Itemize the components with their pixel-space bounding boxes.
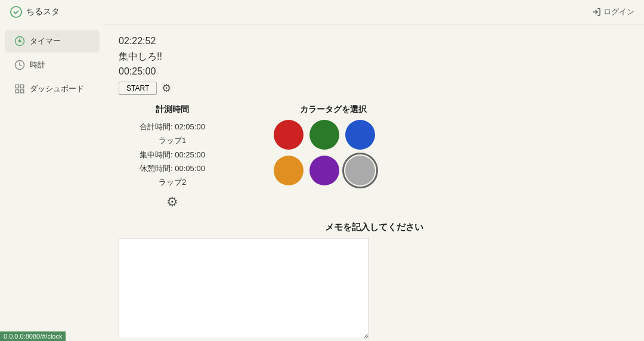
current-time: 02:22:52 (119, 33, 630, 49)
logo-area: ちるスタ (10, 5, 60, 18)
svg-rect-6 (21, 90, 24, 93)
total-time: 合計時間: 02:05:00 (119, 120, 226, 134)
lap-info: 合計時間: 02:05:00 ラップ1 集中時間: 00:25:00 休憩時間:… (119, 120, 226, 190)
logo-text: ちるスタ (26, 7, 60, 17)
logo-icon (10, 5, 23, 18)
lap2-label: ラップ2 (119, 175, 226, 189)
clock-icon (14, 60, 25, 70)
sidebar-label-clock: 時計 (30, 60, 45, 70)
color-grid (274, 120, 393, 185)
sidebar-item-timer[interactable]: タイマー (5, 30, 100, 52)
header: ちるスタ ログイン (0, 0, 644, 24)
focus-time: 集中時間: 00:25:00 (119, 148, 226, 162)
svg-rect-4 (16, 85, 18, 88)
content-grid: 計測時間 合計時間: 02:05:00 ラップ1 集中時間: 00:25:00 … (119, 104, 630, 210)
login-icon (592, 7, 601, 17)
color-orange[interactable] (274, 156, 304, 185)
lap-settings: ⚙ (119, 194, 226, 210)
lap-settings-icon[interactable]: ⚙ (166, 194, 178, 210)
memo-textarea[interactable] (119, 238, 369, 339)
color-purple[interactable] (309, 156, 339, 185)
preset-time: 00:25:00 (119, 64, 630, 79)
sidebar-item-clock[interactable]: 時計 (5, 54, 100, 76)
memo-section: メモを記入してください (119, 222, 630, 339)
svg-point-2 (18, 40, 21, 43)
timer-settings-icon[interactable]: ⚙ (162, 82, 171, 95)
status-bar: 0.0.0.0:8080/#/clock (0, 331, 66, 341)
lap-section: 計測時間 合計時間: 02:05:00 ラップ1 集中時間: 00:25:00 … (119, 104, 226, 210)
status-url: 0.0.0.0:8080/#/clock (4, 333, 62, 340)
color-red[interactable] (274, 120, 304, 150)
memo-title: メモを記入してください (119, 222, 630, 233)
timer-display: 02:22:52 集中しろ!! 00:25:00 (119, 33, 630, 79)
color-section-title: カラータグを選択 (274, 104, 393, 115)
svg-rect-7 (16, 90, 18, 93)
color-blue[interactable] (345, 120, 375, 150)
lap-section-title: 計測時間 (119, 104, 226, 115)
lap1-label: ラップ1 (119, 134, 226, 147)
color-green[interactable] (309, 120, 339, 150)
color-gray[interactable] (345, 156, 375, 185)
rest-time: 休憩時間: 00:05:00 (119, 162, 226, 175)
sidebar-label-timer: タイマー (30, 36, 61, 46)
timer-controls: START ⚙ (119, 82, 630, 95)
dashboard-icon (14, 83, 25, 94)
color-section: カラータグを選択 (274, 104, 393, 210)
sidebar-item-dashboard[interactable]: ダッシュボード (5, 78, 100, 100)
main-content: 02:22:52 集中しろ!! 00:25:00 START ⚙ 計測時間 合計… (104, 24, 644, 341)
login-button[interactable]: ログイン (592, 7, 634, 17)
sidebar-label-dashboard: ダッシュボード (30, 83, 84, 94)
timer-message: 集中しろ!! (119, 49, 630, 64)
start-button[interactable]: START (119, 82, 157, 95)
login-label: ログイン (603, 7, 634, 17)
sidebar: タイマー 時計 ダッシュボード (0, 24, 104, 341)
svg-rect-5 (21, 85, 24, 88)
timer-icon (14, 36, 25, 46)
